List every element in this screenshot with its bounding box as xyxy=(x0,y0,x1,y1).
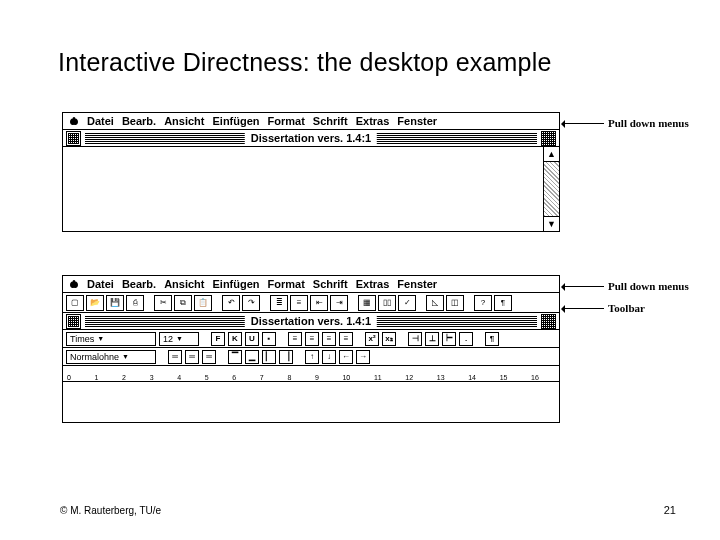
document-area-1: ▲ ▼ xyxy=(63,147,559,231)
align-center-icon[interactable]: ≡ xyxy=(305,332,319,346)
redo-icon[interactable]: ↷ xyxy=(242,295,260,311)
move-down-icon[interactable]: ↓ xyxy=(322,350,336,364)
menu-fenster[interactable]: Fenster xyxy=(397,115,437,127)
open-icon[interactable]: 📂 xyxy=(86,295,104,311)
print-icon[interactable]: ⎙ xyxy=(126,295,144,311)
arrow-icon xyxy=(562,123,604,124)
ruler-tick: 14 xyxy=(468,374,476,381)
undo-icon[interactable]: ↶ xyxy=(222,295,240,311)
underline-button[interactable]: U xyxy=(245,332,259,346)
hidden-text-button[interactable]: ▪ xyxy=(262,332,276,346)
menu-extras[interactable]: Extras xyxy=(356,278,390,290)
align-right-icon[interactable]: ≡ xyxy=(322,332,336,346)
ruler-tick: 13 xyxy=(437,374,445,381)
close-box-icon[interactable] xyxy=(66,314,81,329)
ruler-tick: 4 xyxy=(177,374,181,381)
numbered-list-icon[interactable]: ≡ xyxy=(290,295,308,311)
spacing-15-icon[interactable]: ═ xyxy=(185,350,199,364)
menu-fenster[interactable]: Fenster xyxy=(397,278,437,290)
ruler-tick: 5 xyxy=(205,374,209,381)
spacing-2-icon[interactable]: ═ xyxy=(202,350,216,364)
ruler-tick: 6 xyxy=(232,374,236,381)
annotation-1: Pull down menus xyxy=(562,117,689,129)
spacing-1-icon[interactable]: ═ xyxy=(168,350,182,364)
tab-center-icon[interactable]: ⊥ xyxy=(425,332,439,346)
menu-einfuegen[interactable]: Einfügen xyxy=(213,115,260,127)
window-title-2: Dissertation vers. 1.4:1 xyxy=(245,315,377,327)
superscript-icon[interactable]: x² xyxy=(365,332,379,346)
page-number: 21 xyxy=(664,504,676,516)
scroll-up-icon[interactable]: ▲ xyxy=(544,147,559,162)
menu-format[interactable]: Format xyxy=(268,115,305,127)
list-icon[interactable]: ≣ xyxy=(270,295,288,311)
help-icon[interactable]: ? xyxy=(474,295,492,311)
paste-icon[interactable]: 📋 xyxy=(194,295,212,311)
vertical-scrollbar-1[interactable]: ▲ ▼ xyxy=(543,147,559,231)
border-bottom-icon[interactable]: ▁ xyxy=(245,350,259,364)
menu-schrift[interactable]: Schrift xyxy=(313,278,348,290)
scroll-down-icon[interactable]: ▼ xyxy=(544,216,559,231)
columns-icon[interactable]: ▯▯ xyxy=(378,295,396,311)
menu-ansicht[interactable]: Ansicht xyxy=(164,278,204,290)
close-box-icon[interactable] xyxy=(66,131,81,146)
annotation-3-label: Toolbar xyxy=(608,302,645,314)
ruler-tick: 2 xyxy=(122,374,126,381)
align-left-icon[interactable]: ≡ xyxy=(288,332,302,346)
slide-title: Interactive Directness: the desktop exam… xyxy=(58,48,552,77)
arrow-icon xyxy=(562,286,604,287)
menu-ansicht[interactable]: Ansicht xyxy=(164,115,204,127)
zoom-box-icon[interactable] xyxy=(541,314,556,329)
font-size-value: 12 xyxy=(163,334,173,344)
apple-menu-icon[interactable] xyxy=(69,279,79,289)
border-left-icon[interactable]: ▏ xyxy=(262,350,276,364)
align-justify-icon[interactable]: ≡ xyxy=(339,332,353,346)
show-formatting-icon[interactable]: ¶ xyxy=(485,332,499,346)
bold-button[interactable]: F xyxy=(211,332,225,346)
menu-format[interactable]: Format xyxy=(268,278,305,290)
annotation-2: Pull down menus xyxy=(562,280,689,292)
spellcheck-icon[interactable]: ✓ xyxy=(398,295,416,311)
chart-icon[interactable]: ◫ xyxy=(446,295,464,311)
cut-icon[interactable]: ✂ xyxy=(154,295,172,311)
tab-decimal-icon[interactable]: . xyxy=(459,332,473,346)
menu-datei[interactable]: Datei xyxy=(87,115,114,127)
subscript-icon[interactable]: x₂ xyxy=(382,332,396,346)
tab-right-icon[interactable]: ⊢ xyxy=(442,332,456,346)
indent-icon[interactable]: ⇥ xyxy=(330,295,348,311)
italic-button[interactable]: K xyxy=(228,332,242,346)
move-up-icon[interactable]: ↑ xyxy=(305,350,319,364)
toolbar: ▢ 📂 💾 ⎙ ✂ ⧉ 📋 ↶ ↷ ≣ ≡ ⇤ ⇥ ▦ ▯▯ ✓ ◺ ◫ ? ¶ xyxy=(63,293,559,313)
font-size-dropdown[interactable]: 12 ▼ xyxy=(159,332,199,346)
menu-extras[interactable]: Extras xyxy=(356,115,390,127)
menu-schrift[interactable]: Schrift xyxy=(313,115,348,127)
apple-menu-icon[interactable] xyxy=(69,116,79,126)
paragraph-icon[interactable]: ¶ xyxy=(494,295,512,311)
copy-icon[interactable]: ⧉ xyxy=(174,295,192,311)
tab-left-icon[interactable]: ⊣ xyxy=(408,332,422,346)
border-top-icon[interactable]: ▔ xyxy=(228,350,242,364)
outdent-icon[interactable]: ⇤ xyxy=(310,295,328,311)
menu-bearb[interactable]: Bearb. xyxy=(122,115,156,127)
ruler-tick: 16 xyxy=(531,374,539,381)
font-family-value: Times xyxy=(70,334,94,344)
zoom-box-icon[interactable] xyxy=(541,131,556,146)
drawing-icon[interactable]: ◺ xyxy=(426,295,444,311)
menu-bearb[interactable]: Bearb. xyxy=(122,278,156,290)
ruler-tick: 15 xyxy=(500,374,508,381)
chevron-down-icon: ▼ xyxy=(122,353,129,360)
promote-icon[interactable]: ← xyxy=(339,350,353,364)
ruler-tick: 0 xyxy=(67,374,71,381)
style-dropdown[interactable]: Normalohne ▼ xyxy=(66,350,156,364)
border-right-icon[interactable]: ▕ xyxy=(279,350,293,364)
save-icon[interactable]: 💾 xyxy=(106,295,124,311)
new-doc-icon[interactable]: ▢ xyxy=(66,295,84,311)
ruler[interactable]: 0 1 2 3 4 5 6 7 8 9 10 11 12 13 14 15 16 xyxy=(63,366,559,382)
table-icon[interactable]: ▦ xyxy=(358,295,376,311)
scroll-track[interactable] xyxy=(544,162,559,216)
font-toolbar: Times ▼ 12 ▼ F K U ▪ ≡ ≡ ≡ ≡ x² x₂ ⊣ ⊥ ⊢… xyxy=(63,330,559,348)
menu-einfuegen[interactable]: Einfügen xyxy=(213,278,260,290)
demote-icon[interactable]: → xyxy=(356,350,370,364)
menu-datei[interactable]: Datei xyxy=(87,278,114,290)
ruler-tick: 11 xyxy=(374,374,382,381)
font-family-dropdown[interactable]: Times ▼ xyxy=(66,332,156,346)
